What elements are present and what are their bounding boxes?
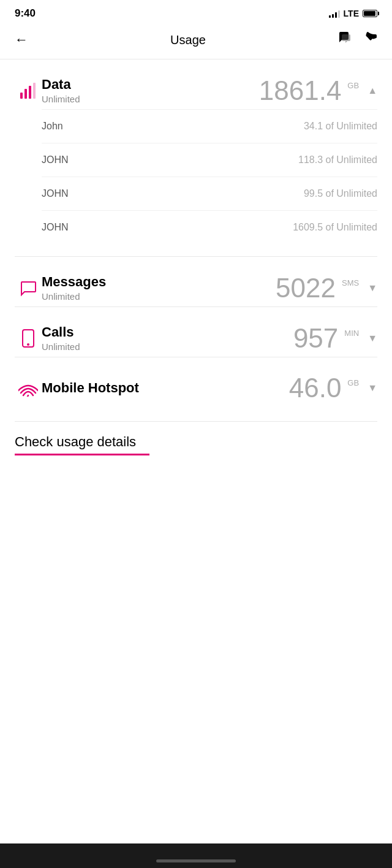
sub-row-john-1: John 34.1 of Unlimited	[42, 109, 377, 143]
phone-icon[interactable]	[364, 31, 377, 48]
signal-bar-4	[338, 10, 340, 18]
messages-unit: SMS	[342, 278, 359, 287]
calls-chevron-down-icon[interactable]: ▼	[368, 333, 377, 344]
sub-value-john-2: 118.3 of Unlimited	[298, 154, 377, 166]
data-info: Data Unlimited	[42, 77, 259, 104]
home-indicator-bar	[0, 847, 392, 868]
sub-row-john-3: JOHN 99.5 of Unlimited	[42, 177, 377, 210]
svg-rect-2	[29, 86, 31, 99]
signal-bars-icon	[329, 9, 340, 18]
home-indicator	[156, 859, 236, 862]
status-icons: LTE	[329, 9, 377, 18]
check-usage-underline	[15, 454, 149, 455]
hotspot-icon	[15, 379, 42, 397]
messages-value-container: 5022 SMS ▼	[276, 275, 377, 302]
data-sub-rows: John 34.1 of Unlimited JOHN 118.3 of Unl…	[15, 109, 377, 256]
sub-value-john-1: 34.1 of Unlimited	[304, 121, 377, 132]
status-time: 9:40	[15, 7, 36, 20]
page-title: Usage	[170, 33, 206, 47]
svg-line-6	[27, 395, 28, 397]
sub-row-john-2: JOHN 118.3 of Unlimited	[42, 143, 377, 177]
signal-bar-3	[335, 12, 337, 18]
chat-icon[interactable]	[337, 31, 353, 49]
battery-icon	[363, 10, 377, 17]
hotspot-value: 46.0	[289, 375, 342, 402]
lte-label: LTE	[344, 9, 359, 18]
status-bar: 9:40 LTE	[0, 0, 392, 25]
usage-section: Data Unlimited 1861.4 GB ▲ John 34.1 of …	[0, 59, 392, 406]
sub-value-john-3: 99.5 of Unlimited	[304, 188, 377, 199]
signal-bar-1	[329, 15, 331, 18]
hotspot-info: Mobile Hotspot	[42, 380, 289, 396]
calls-category-row: Calls Unlimited 957 MIN ▼	[15, 307, 377, 357]
sub-name-john-4: JOHN	[42, 222, 69, 233]
data-value: 1861.4	[259, 77, 342, 104]
bottom-spacer	[0, 465, 392, 551]
sub-row-john-4: JOHN 1609.5 of Unlimited	[42, 210, 377, 244]
calls-icon	[15, 329, 42, 348]
svg-point-5	[27, 343, 29, 346]
svg-rect-1	[24, 89, 27, 99]
messages-name: Messages	[42, 274, 276, 290]
hotspot-value-container: 46.0 GB ▼	[289, 375, 377, 402]
hotspot-category-row: Mobile Hotspot 46.0 GB ▼	[15, 357, 377, 406]
calls-unit: MIN	[344, 329, 359, 338]
sub-name-john-3: JOHN	[42, 188, 69, 199]
svg-rect-3	[33, 83, 36, 99]
signal-bar-2	[332, 14, 334, 18]
hotspot-name: Mobile Hotspot	[42, 380, 289, 396]
sub-name-john-2: JOHN	[42, 154, 69, 166]
calls-name: Calls	[42, 324, 293, 340]
svg-rect-0	[20, 93, 23, 99]
messages-limit: Unlimited	[42, 291, 276, 302]
messages-info: Messages Unlimited	[42, 274, 276, 302]
back-button[interactable]: ←	[15, 32, 39, 48]
sub-value-john-4: 1609.5 of Unlimited	[293, 222, 377, 233]
messages-chevron-down-icon[interactable]: ▼	[368, 283, 377, 294]
data-unit: GB	[347, 81, 359, 90]
calls-value-container: 957 MIN ▼	[293, 325, 377, 352]
data-category-row: Data Unlimited 1861.4 GB ▲	[15, 59, 377, 109]
data-name: Data	[42, 77, 259, 93]
check-usage-section: Check usage details	[0, 406, 392, 465]
data-value-container: 1861.4 GB ▲	[259, 77, 377, 104]
messages-icon	[15, 280, 42, 297]
messages-value: 5022	[276, 275, 336, 302]
data-icon	[15, 82, 42, 100]
hotspot-chevron-down-icon[interactable]: ▼	[368, 383, 377, 394]
sub-name-john-1: John	[42, 121, 63, 132]
messages-category-row: Messages Unlimited 5022 SMS ▼	[15, 257, 377, 306]
hotspot-unit: GB	[347, 378, 359, 387]
check-usage-link[interactable]: Check usage details	[15, 434, 136, 449]
calls-value: 957	[293, 325, 338, 352]
header-actions	[337, 31, 377, 49]
calls-info: Calls Unlimited	[42, 324, 293, 352]
data-chevron-up-icon[interactable]: ▲	[368, 85, 377, 96]
calls-limit: Unlimited	[42, 341, 293, 352]
nav-header: ← Usage	[0, 25, 392, 59]
data-limit: Unlimited	[42, 94, 259, 104]
